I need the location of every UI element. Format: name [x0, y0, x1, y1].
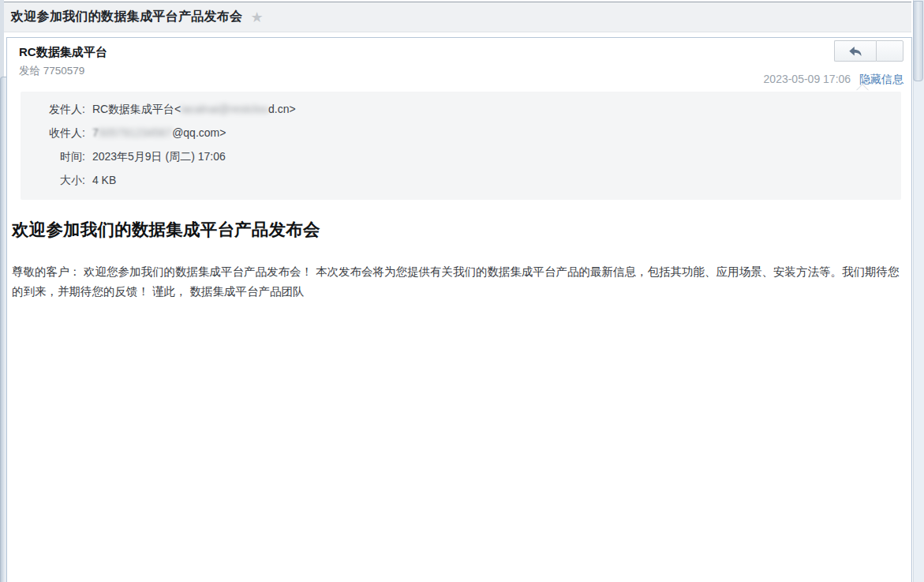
mail-subject-bar: 欢迎参加我们的数据集成平台产品发布会 ★: [4, 2, 911, 32]
hide-info-link[interactable]: 隐藏信息: [859, 73, 903, 85]
to-value: 7505791234567@qq.com>: [92, 126, 226, 139]
reply-arrow-icon: [847, 44, 863, 58]
redacted-text: 505791234567: [99, 126, 172, 139]
message-card: RC数据集成平台 发给 7750579 2023-05-09 17:06 隐藏信…: [6, 37, 912, 582]
more-actions-button[interactable]: [876, 40, 903, 62]
size-label: 大小:: [35, 168, 85, 192]
sent-to-label: 发给 7750579: [19, 64, 84, 78]
mail-body-paragraph: 尊敬的客户： 欢迎您参加我们的数据集成平台产品发布会！ 本次发布会将为您提供有关…: [12, 262, 900, 302]
to-label: 收件人:: [35, 121, 85, 145]
time-label: 时间:: [35, 145, 85, 168]
mail-body: 欢迎参加我们的数据集成平台产品发布会 尊敬的客户： 欢迎您参加我们的数据集成平台…: [12, 218, 900, 302]
message-actions: [834, 40, 903, 62]
right-scrollbar-track[interactable]: [913, 0, 924, 582]
detail-row-time: 时间: 2023年5月9日 (周二) 17:06: [35, 145, 901, 168]
mail-body-heading: 欢迎参加我们的数据集成平台产品发布会: [12, 218, 900, 241]
redacted-text: iacalnai@restclou: [181, 103, 268, 115]
sender-display-name: RC数据集成平台: [19, 45, 107, 60]
size-value: 4 KB: [92, 174, 116, 186]
meta-line: 2023-05-09 17:06 隐藏信息: [764, 73, 903, 87]
right-scrollbar-thumb[interactable]: [913, 1, 923, 81]
message-datetime: 2023-05-09 17:06: [764, 73, 851, 85]
from-value: RC数据集成平台<iacalnai@restcloud.cn>: [92, 103, 296, 115]
reply-button[interactable]: [834, 40, 876, 62]
detail-row-size: 大小: 4 KB: [35, 168, 901, 192]
detail-row-to: 收件人: 7505791234567@qq.com>: [35, 121, 901, 145]
from-label: 发件人:: [35, 97, 85, 121]
detail-row-from: 发件人: RC数据集成平台<iacalnai@restcloud.cn>: [35, 97, 901, 121]
message-details-panel: 发件人: RC数据集成平台<iacalnai@restcloud.cn> 收件人…: [21, 92, 901, 200]
time-value: 2023年5月9日 (周二) 17:06: [92, 150, 226, 163]
mail-subject-title: 欢迎参加我们的数据集成平台产品发布会: [4, 9, 242, 25]
star-icon[interactable]: ★: [250, 10, 263, 24]
